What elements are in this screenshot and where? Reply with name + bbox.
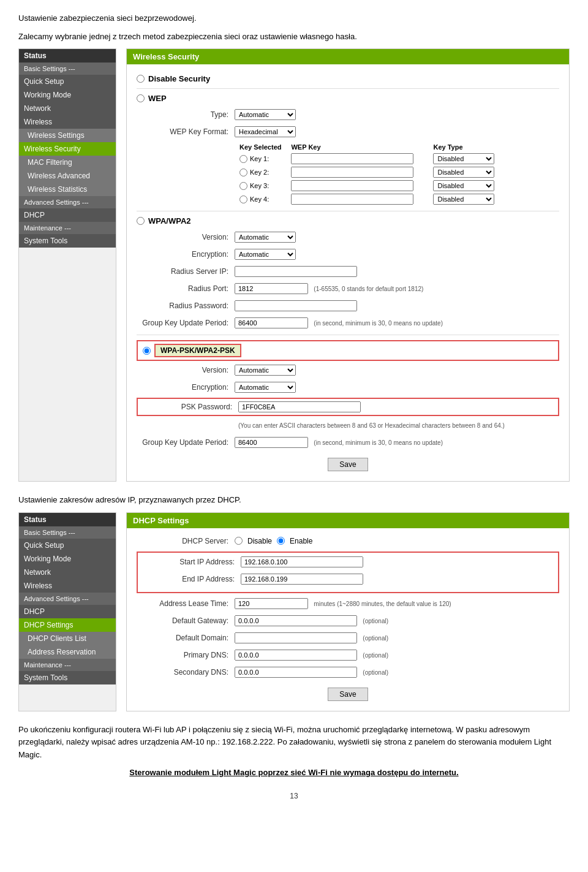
dhcp-server-row: DHCP Server: Disable Enable [137, 534, 559, 548]
radius-server-row: Radius Server IP: [137, 265, 559, 278]
dhcp-intro: Ustawienie zakresów adresów IP, przyznaw… [18, 494, 570, 506]
sidebar-wireless-security[interactable]: Wireless Security [19, 142, 116, 156]
intro-line1: Ustawienie zabezpieczenia sieci bezprzew… [18, 12, 570, 25]
dhcp-enable-label: Enable [290, 537, 312, 545]
start-ip-input[interactable] [241, 556, 363, 567]
wpa-psk-label: WPA-PSK/WPA2-PSK [154, 344, 241, 357]
key-selected-col: Key Selected [235, 142, 286, 152]
group-key-hint: (in second, minimum is 30, 0 means no up… [314, 320, 443, 327]
radius-port-row: Radius Port: (1-65535, 0 stands for defa… [137, 282, 559, 295]
dhcp-enable-radio[interactable] [277, 537, 285, 545]
type-select[interactable]: Automatic [235, 109, 296, 120]
sidebar-basic-settings[interactable]: Basic Settings --- [19, 63, 116, 75]
version2-select[interactable]: Automatic [235, 365, 296, 376]
key2-input[interactable] [291, 167, 413, 178]
wpa-wpa2-label: WPA/WPA2 [148, 216, 191, 226]
encryption-label: Encryption: [137, 250, 235, 259]
key1-input[interactable] [291, 153, 413, 164]
radius-port-input[interactable] [235, 283, 308, 294]
key2-type-select[interactable]: Disabled [433, 167, 494, 178]
end-ip-input[interactable] [241, 574, 363, 585]
sidebar-advanced-settings[interactable]: Advanced Settings --- [19, 196, 116, 208]
dhcp-sidebar-clients-list[interactable]: DHCP Clients List [19, 632, 116, 645]
secondary-dns-row: Secondary DNS: (optional) [137, 665, 559, 679]
group-key-input[interactable] [235, 317, 308, 328]
sidebar-wireless-advanced[interactable]: Wireless Advanced [19, 169, 116, 183]
encryption2-select[interactable]: Automatic [235, 382, 296, 393]
psk-password-row: PSK Password: [137, 398, 559, 416]
start-ip-label: Start IP Address: [143, 558, 241, 566]
dhcp-sidebar-status[interactable]: Status [19, 513, 116, 526]
key4-radio[interactable] [239, 195, 247, 203]
disable-security-radio[interactable] [137, 75, 145, 83]
sidebar-maintenance[interactable]: Maintenance --- [19, 222, 116, 234]
save-button[interactable]: Save [328, 458, 368, 471]
dhcp-sidebar-dhcp-settings[interactable]: DHCP Settings [19, 618, 116, 632]
dhcp-sidebar-maintenance[interactable]: Maintenance --- [19, 659, 116, 671]
wpa-wpa2-radio[interactable] [137, 217, 145, 225]
radius-server-input[interactable] [235, 266, 357, 277]
key2-radio[interactable] [239, 169, 247, 176]
disable-security-label: Disable Security [148, 74, 210, 83]
dhcp-sidebar-address-reservation[interactable]: Address Reservation [19, 645, 116, 659]
dhcp-panel-title: DHCP Settings [127, 513, 569, 528]
start-ip-row: Start IP Address: [143, 555, 553, 569]
wep-key-format-label: WEP Key Format: [137, 127, 235, 136]
lease-time-label: Address Lease Time: [137, 599, 235, 608]
dhcp-sidebar-working-mode[interactable]: Working Mode [19, 552, 116, 566]
version-select[interactable]: Automatic [235, 232, 296, 243]
dhcp-sidebar-network[interactable]: Network [19, 566, 116, 579]
dhcp-sidebar-quick-setup[interactable]: Quick Setup [19, 539, 116, 552]
group-key2-input[interactable] [235, 437, 308, 448]
wep-key-format-select[interactable]: Hexadecimal [235, 126, 296, 137]
wep-radio[interactable] [137, 94, 145, 102]
radius-password-input[interactable] [235, 300, 357, 311]
wpa-psk-radio[interactable] [143, 347, 151, 355]
key1-radio[interactable] [239, 155, 247, 163]
key1-type-select[interactable]: Disabled [433, 153, 494, 164]
psk-hint: (You can enter ASCII characters between … [238, 422, 505, 429]
sidebar-wireless-statistics[interactable]: Wireless Statistics [19, 183, 116, 196]
gateway-optional: (optional) [363, 618, 388, 624]
dhcp-sidebar-system-tools[interactable]: System Tools [19, 671, 116, 684]
key4-type-select[interactable]: Disabled [433, 194, 494, 205]
sidebar-system-tools[interactable]: System Tools [19, 234, 116, 248]
gateway-input[interactable] [235, 615, 357, 626]
sidebar-dhcp[interactable]: DHCP [19, 208, 116, 222]
page-number: 13 [18, 792, 570, 800]
key3-type-select[interactable]: Disabled [433, 180, 494, 191]
dhcp-sidebar-advanced-settings[interactable]: Advanced Settings --- [19, 593, 116, 605]
sidebar-wireless[interactable]: Wireless [19, 115, 116, 129]
sidebar-wireless-settings[interactable]: Wireless Settings [19, 129, 116, 142]
lease-time-input[interactable] [235, 598, 308, 609]
encryption-select[interactable]: Automatic [235, 249, 296, 260]
dhcp-sidebar-basic-settings[interactable]: Basic Settings --- [19, 526, 116, 539]
dhcp-save-button[interactable]: Save [328, 688, 368, 701]
key4-input[interactable] [291, 194, 413, 205]
key2-label: Key 2: [250, 169, 269, 176]
wep-label: WEP [148, 94, 167, 103]
wireless-sidebar: Status Basic Settings --- Quick Setup Wo… [18, 48, 116, 482]
sidebar-quick-setup[interactable]: Quick Setup [19, 75, 116, 88]
dhcp-sidebar-dhcp[interactable]: DHCP [19, 605, 116, 618]
sidebar-working-mode[interactable]: Working Mode [19, 88, 116, 102]
domain-optional: (optional) [363, 635, 388, 642]
sidebar-status[interactable]: Status [19, 49, 116, 63]
dhcp-disable-radio[interactable] [235, 537, 243, 545]
key4-label: Key 4: [250, 195, 269, 203]
psk-password-input[interactable] [238, 401, 361, 412]
key3-input[interactable] [291, 180, 413, 191]
sidebar-network[interactable]: Network [19, 102, 116, 115]
sidebar-mac-filtering[interactable]: MAC Filtering [19, 156, 116, 169]
secondary-dns-input[interactable] [235, 667, 357, 678]
type-row: Type: Automatic [137, 108, 559, 121]
domain-input[interactable] [235, 632, 357, 643]
group-key-label: Group Key Update Period: [137, 319, 235, 327]
wpa-psk-section: WPA-PSK/WPA2-PSK [137, 340, 559, 361]
dhcp-server-label: DHCP Server: [137, 537, 235, 545]
dhcp-sidebar-wireless[interactable]: Wireless [19, 579, 116, 593]
disable-security-row: Disable Security [137, 74, 559, 83]
encryption-row: Encryption: Automatic [137, 248, 559, 261]
primary-dns-input[interactable] [235, 650, 357, 661]
key3-radio[interactable] [239, 182, 247, 190]
